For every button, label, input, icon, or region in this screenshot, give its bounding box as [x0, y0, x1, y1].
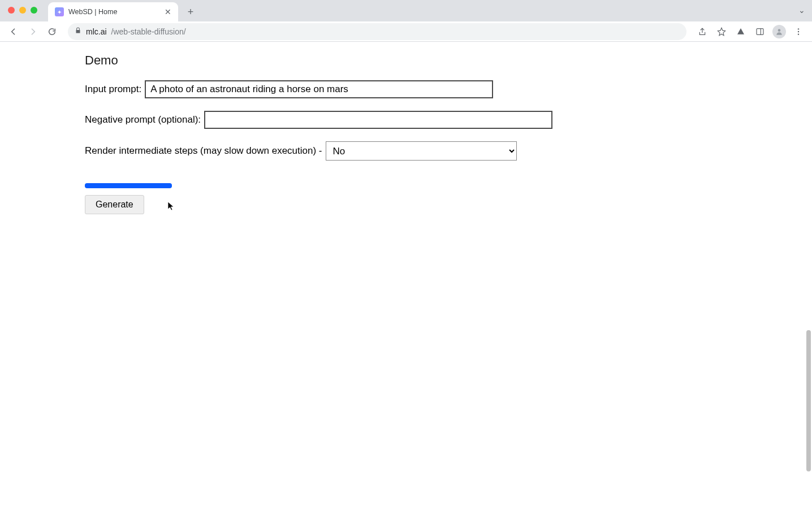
- negative-prompt-field[interactable]: [204, 111, 552, 129]
- forward-button[interactable]: [25, 24, 41, 40]
- reload-button[interactable]: [44, 24, 60, 40]
- share-icon[interactable]: [694, 24, 710, 40]
- browser-menu-icon[interactable]: [791, 24, 806, 40]
- svg-point-3: [798, 28, 799, 29]
- bookmark-icon[interactable]: [714, 24, 729, 40]
- page-title: Demo: [85, 53, 812, 68]
- back-button[interactable]: [6, 24, 21, 40]
- window-close-icon[interactable]: [8, 7, 15, 14]
- svg-point-5: [798, 33, 799, 34]
- close-tab-icon[interactable]: ✕: [165, 7, 171, 16]
- progress-bar: [85, 183, 172, 188]
- tabs-menu-icon[interactable]: ⌄: [798, 6, 805, 15]
- new-tab-button[interactable]: +: [183, 4, 198, 20]
- extensions-icon[interactable]: [733, 24, 749, 40]
- svg-point-4: [798, 31, 799, 32]
- tab-favicon-icon: ✦: [55, 7, 64, 16]
- window-minimize-icon[interactable]: [19, 7, 26, 14]
- svg-rect-0: [757, 28, 763, 34]
- generate-button[interactable]: Generate: [85, 195, 144, 214]
- window-maximize-icon[interactable]: [31, 7, 37, 14]
- browser-tab[interactable]: ✦ WebSD | Home ✕: [48, 2, 178, 21]
- url-path: /web-stable-diffusion/: [111, 27, 186, 36]
- side-panel-icon[interactable]: [752, 24, 768, 40]
- window-controls: [8, 7, 37, 14]
- profile-avatar[interactable]: [771, 24, 787, 40]
- address-bar[interactable]: mlc.ai/web-stable-diffusion/: [68, 23, 686, 40]
- url-host: mlc.ai: [86, 27, 107, 36]
- svg-point-2: [778, 29, 781, 32]
- tab-title: WebSD | Home: [68, 8, 117, 16]
- render-steps-select[interactable]: No Yes: [326, 141, 517, 161]
- input-prompt-field[interactable]: [145, 80, 493, 98]
- lock-icon: [75, 27, 81, 36]
- negative-prompt-label: Negative prompt (optional):: [85, 114, 201, 125]
- input-prompt-label: Input prompt:: [85, 84, 141, 95]
- render-steps-label: Render intermediate steps (may slow down…: [85, 145, 322, 157]
- scrollbar-thumb[interactable]: [806, 330, 811, 471]
